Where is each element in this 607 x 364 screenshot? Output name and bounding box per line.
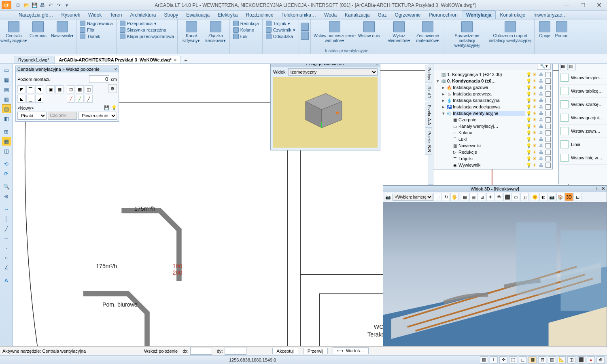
- ribbon-tab[interactable]: Ewakuacja: [182, 11, 214, 19]
- refresh-icon[interactable]: ⟳: [2, 169, 11, 178]
- tool3d-icon[interactable]: 🖐: [450, 193, 458, 201]
- undo-icon[interactable]: ↶: [47, 2, 54, 9]
- tlumik-button[interactable]: Tłumik: [78, 33, 115, 40]
- tree-row[interactable]: ▥Nawiewniki💡☀🖶: [434, 142, 552, 149]
- tree-row[interactable]: ▾🏢0. Kondygnacja 0 (±0…💡☀🖶: [434, 78, 552, 84]
- open-icon[interactable]: 📂: [23, 2, 30, 9]
- arrow-icon[interactable]: ↔: [2, 205, 11, 214]
- status-icon[interactable]: ▥: [548, 356, 556, 364]
- tool3d-icon[interactable]: ▦: [461, 193, 469, 201]
- tool3d-icon[interactable]: ▤: [469, 193, 478, 201]
- ribbon-tab[interactable]: Teren: [106, 11, 126, 19]
- luk-button[interactable]: Łuk: [231, 33, 261, 40]
- ribbon-tab[interactable]: Ogrzewanie: [391, 11, 425, 19]
- dx-input[interactable]: [190, 347, 212, 355]
- side-tab[interactable]: Podrys: [425, 65, 432, 83]
- maximize-button[interactable]: ☐: [575, 0, 591, 11]
- status-icon[interactable]: ●: [587, 356, 595, 364]
- tool-icon[interactable]: ⊞: [2, 127, 11, 136]
- kolano-button[interactable]: Kolano: [231, 27, 261, 33]
- edit-icon[interactable]: ◫: [85, 85, 93, 93]
- smart-item[interactable]: Wstaw tablicę…: [559, 85, 607, 98]
- czwornik-button[interactable]: Czwórnik ▾: [264, 27, 297, 33]
- smart-item[interactable]: Linia: [559, 138, 607, 151]
- nawiewnik-button[interactable]: Nawiewnik▾: [50, 20, 74, 39]
- ribbon-tab[interactable]: Kanalizacja: [341, 11, 374, 19]
- tool-icon[interactable]: ▦: [2, 75, 11, 84]
- status-icon[interactable]: ✛: [499, 356, 507, 364]
- tool-icon[interactable]: ◧: [2, 114, 11, 123]
- smart-item[interactable]: Wstaw linię w…: [559, 151, 607, 165]
- tool-icon[interactable]: ▦: [2, 137, 11, 146]
- tree-row[interactable]: ▷Redukcje💡☀🖶: [434, 149, 552, 155]
- ribbon-tab[interactable]: Rysunek: [57, 11, 84, 19]
- tree-row[interactable]: ▸🔥Instalacja gazowa💡☀🖶: [434, 84, 552, 91]
- ribbon-tab[interactable]: Gaz: [374, 11, 391, 19]
- tree-row[interactable]: ▸♨Instalacja grzewcza💡☀🖶: [434, 91, 552, 97]
- tree-row[interactable]: ▭Kanały wentylacyj…💡☀🖶: [434, 123, 552, 129]
- tool3d-icon[interactable]: 📷: [548, 193, 556, 201]
- align-icon[interactable]: ◤: [17, 85, 25, 93]
- opcje-button[interactable]: Opcje: [536, 20, 553, 39]
- close-button[interactable]: ✕: [591, 0, 607, 11]
- wstaw-opis-button[interactable]: Wstaw opis: [357, 20, 381, 39]
- wykaz-button[interactable]: Wykaz elementów▾: [385, 20, 413, 44]
- tool-icon[interactable]: ◫: [2, 146, 11, 155]
- trojnik-button[interactable]: Trójnik ▾: [264, 20, 297, 27]
- smart-tool-icon[interactable]: ▥: [569, 64, 576, 70]
- tool3d-icon[interactable]: ⊡: [573, 193, 582, 201]
- obliczenia-button[interactable]: Obliczenia i raport instalacji wentylacy…: [488, 20, 533, 44]
- refresh-icon[interactable]: ⟲: [2, 159, 11, 168]
- doc-tab-1[interactable]: Rysunek1.dwg*: [14, 56, 53, 63]
- ribbon-tab[interactable]: Konstrukcje: [496, 11, 529, 19]
- sprawdzenie-button[interactable]: Sprawdzenie instalacji wentylacyjnej: [446, 20, 488, 49]
- snap-icon[interactable]: ▣: [47, 85, 55, 93]
- side-tab[interactable]: Przekr. B-B: [425, 129, 432, 155]
- tool3d-icon[interactable]: 🌞: [531, 193, 539, 201]
- align-icon[interactable]: ▁: [26, 95, 34, 103]
- kanal-button[interactable]: Kanał sztywny▾: [179, 20, 204, 44]
- tool-icon[interactable]: ▧: [2, 104, 11, 113]
- tree-row[interactable]: ▾💨Instalacje wentylacyjne💡☀🖶: [434, 110, 552, 116]
- align-icon[interactable]: ◣: [17, 95, 25, 103]
- redo-icon[interactable]: ↷: [55, 2, 62, 9]
- tool3d-icon[interactable]: ▭: [512, 193, 520, 201]
- angle-icon[interactable]: ∠: [2, 263, 11, 272]
- status-icon[interactable]: ⊥: [490, 356, 498, 364]
- przepustnica-button[interactable]: Przepustnica ▾: [118, 20, 176, 27]
- qat-more-icon[interactable]: ▾: [63, 2, 70, 9]
- align-icon[interactable]: ◢: [35, 95, 43, 103]
- poziom-input[interactable]: [89, 75, 109, 83]
- tree-row[interactable]: ⊤Trójniki💡☀🖶: [434, 155, 552, 162]
- nagrzewnica-button[interactable]: Nagrzewnica: [78, 20, 115, 27]
- drawing-canvas[interactable]: 100200 80200 80200 160200 Pom. biurowe W…: [13, 64, 607, 346]
- tree-row[interactable]: 🏢1. Kondygnacja 1 (+342.00)💡☀🖶: [434, 71, 552, 78]
- save-preset-icon[interactable]: 💾: [104, 105, 110, 110]
- zoom-extents-icon[interactable]: ⊕: [2, 192, 11, 201]
- camera-icon[interactable]: 📷: [384, 193, 392, 201]
- czerpnia-button[interactable]: Czerpnia: [26, 20, 50, 39]
- widok3d-viewport[interactable]: [383, 202, 607, 346]
- odsadzka-button[interactable]: Odsadzka: [264, 33, 297, 40]
- align-icon[interactable]: ◥: [35, 85, 43, 93]
- dy-input[interactable]: [225, 347, 246, 355]
- side-tab[interactable]: Przekr. A-A: [425, 102, 432, 128]
- tool3d-icon[interactable]: 3D: [565, 193, 573, 201]
- status-icon[interactable]: ⊕: [596, 356, 605, 364]
- ribbon-tab[interactable]: Telekomunika…: [278, 11, 320, 19]
- dot-icon[interactable]: ·: [2, 243, 11, 252]
- tree-row[interactable]: ⌒Łuki💡☀🖶: [434, 136, 552, 142]
- czcionki-button[interactable]: Czcionki: [48, 112, 77, 120]
- tree-row[interactable]: ▸🚰Instalacja wodociągowa💡☀🖶: [434, 104, 552, 110]
- status-icon[interactable]: ⊡: [538, 356, 546, 364]
- tool3d-icon[interactable]: 👁: [495, 193, 503, 201]
- smart-item[interactable]: Wstaw zewn…: [559, 125, 607, 138]
- tool3d-icon[interactable]: ◫: [520, 193, 528, 201]
- ribbon-tab[interactable]: Piorunochron: [425, 11, 462, 19]
- zestawienie-button[interactable]: Zestawienie materiałów▾: [413, 20, 442, 44]
- powierzchnie-select[interactable]: Powierzchnie: [78, 112, 117, 120]
- widok-select[interactable]: Izometryczny: [288, 68, 378, 76]
- edit-icon[interactable]: ⊡: [67, 85, 75, 93]
- minimize-button[interactable]: —: [558, 0, 575, 11]
- doc-tab-2[interactable]: ArCADia-ARCHITEKTURA Przykład 3_WoKOWe.d…: [54, 56, 181, 63]
